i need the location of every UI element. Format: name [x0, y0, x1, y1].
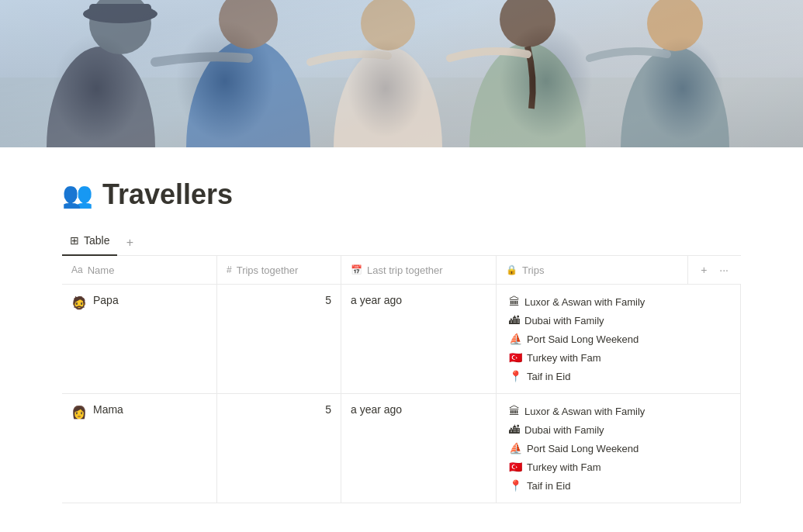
cell-mama-trips: 🏛 Luxor & Aswan with Family 🏙 Dubai with…	[497, 394, 741, 503]
col-header-last-trip: 📅 Last trip together	[341, 256, 497, 284]
papa-trip-1[interactable]: 🏛 Luxor & Aswan with Family	[506, 294, 648, 309]
mama-trip-3-label: Port Said Long Weekend	[527, 443, 639, 454]
last-trip-col-label: Last trip together	[367, 264, 443, 276]
papa-trip-5-label: Taif in Eid	[527, 371, 570, 382]
papa-last-trip-value: a year ago	[351, 294, 402, 306]
table-row: 🧔 Papa 5 a year ago 🏛 Luxor & Aswan with…	[62, 285, 741, 394]
mama-trips-count-value: 5	[325, 403, 331, 416]
mama-trip-1-label: Luxor & Aswan with Family	[524, 406, 645, 417]
papa-trip-1-label: Luxor & Aswan with Family	[524, 296, 645, 308]
papa-trip-2-icon: 🏙	[509, 314, 520, 326]
name-col-label: Name	[88, 264, 115, 276]
trips-together-col-icon: #	[227, 264, 232, 275]
hero-banner	[0, 0, 803, 147]
mama-trip-4-label: Turkey with Fam	[527, 461, 601, 473]
papa-trip-3[interactable]: ⛵ Port Said Long Weekend	[506, 331, 642, 347]
mama-trip-2-icon: 🏙	[509, 423, 520, 436]
page-title: Travellers	[102, 178, 233, 211]
mama-trip-5-icon: 📍	[509, 479, 522, 492]
papa-name-text: Papa	[93, 294, 119, 306]
papa-trip-4-label: Turkey with Fam	[527, 352, 601, 364]
cell-papa-last-trip: a year ago	[341, 285, 497, 393]
mama-trip-5-label: Taif in Eid	[527, 480, 570, 492]
trips-together-col-label: Trips together	[237, 264, 299, 276]
cell-mama-name[interactable]: 👩 Mama	[62, 394, 217, 503]
mama-trip-2-label: Dubai with Family	[524, 424, 604, 436]
page-title-row: 👥 Travellers	[62, 178, 741, 211]
col-header-actions: + ···	[688, 256, 741, 284]
mama-trip-4-icon: 🇹🇷	[509, 461, 522, 473]
table-wrapper: Aa Name # Trips together 📅 Last trip tog…	[62, 256, 741, 503]
cell-mama-trips-count: 5	[217, 394, 341, 503]
add-view-button[interactable]: +	[120, 233, 139, 252]
papa-trip-2[interactable]: 🏙 Dubai with Family	[506, 313, 607, 328]
mama-trip-3-icon: ⛵	[509, 442, 522, 454]
table-row: 👩 Mama 5 a year ago 🏛 Luxor & Aswan with…	[62, 394, 741, 503]
mama-trip-4[interactable]: 🇹🇷 Turkey with Fam	[506, 459, 604, 475]
name-col-icon: Aa	[71, 264, 83, 275]
page-icon: 👥	[62, 180, 93, 209]
mama-trip-1[interactable]: 🏛 Luxor & Aswan with Family	[506, 403, 648, 419]
papa-trip-3-icon: ⛵	[509, 333, 522, 345]
mama-name-text: Mama	[93, 403, 123, 416]
last-trip-col-icon: 📅	[351, 264, 362, 275]
tab-table[interactable]: ⊞ Table	[62, 230, 117, 256]
mama-trip-5[interactable]: 📍 Taif in Eid	[506, 478, 573, 493]
add-column-button[interactable]: +	[697, 262, 710, 278]
more-options-button[interactable]: ···	[716, 262, 732, 278]
tabs-row: ⊞ Table +	[62, 230, 741, 256]
tab-table-label: Table	[84, 234, 109, 247]
mama-trip-3[interactable]: ⛵ Port Said Long Weekend	[506, 440, 642, 456]
cell-mama-last-trip: a year ago	[341, 394, 497, 503]
mama-trip-1-icon: 🏛	[509, 405, 520, 417]
papa-trip-2-label: Dubai with Family	[524, 315, 604, 326]
mama-avatar: 👩	[71, 404, 87, 420]
cell-papa-name[interactable]: 🧔 Papa	[62, 285, 217, 393]
papa-avatar: 🧔	[71, 295, 87, 310]
papa-trip-5[interactable]: 📍 Taif in Eid	[506, 368, 573, 384]
papa-trip-4-icon: 🇹🇷	[509, 351, 522, 364]
papa-trip-1-icon: 🏛	[509, 295, 520, 308]
trips-col-icon: 🔒	[506, 264, 517, 275]
papa-trip-4[interactable]: 🇹🇷 Turkey with Fam	[506, 350, 604, 365]
col-header-name: Aa Name	[62, 256, 217, 284]
table-tab-icon: ⊞	[70, 234, 79, 247]
col-header-trips: 🔒 Trips	[497, 256, 688, 284]
page-content: 👥 Travellers ⊞ Table + Aa Name # Trips t…	[0, 147, 803, 532]
col-header-trips-together: # Trips together	[217, 256, 341, 284]
papa-trips-count-value: 5	[325, 294, 331, 306]
mama-last-trip-value: a year ago	[351, 403, 402, 416]
cell-papa-trips-count: 5	[217, 285, 341, 393]
papa-trip-3-label: Port Said Long Weekend	[527, 333, 639, 345]
mama-trip-2[interactable]: 🏙 Dubai with Family	[506, 422, 607, 437]
trips-col-label: Trips	[522, 264, 544, 276]
table-header: Aa Name # Trips together 📅 Last trip tog…	[62, 256, 741, 285]
cell-papa-trips: 🏛 Luxor & Aswan with Family 🏙 Dubai with…	[497, 285, 741, 393]
papa-trip-5-icon: 📍	[509, 370, 522, 382]
svg-rect-5	[89, 4, 151, 18]
